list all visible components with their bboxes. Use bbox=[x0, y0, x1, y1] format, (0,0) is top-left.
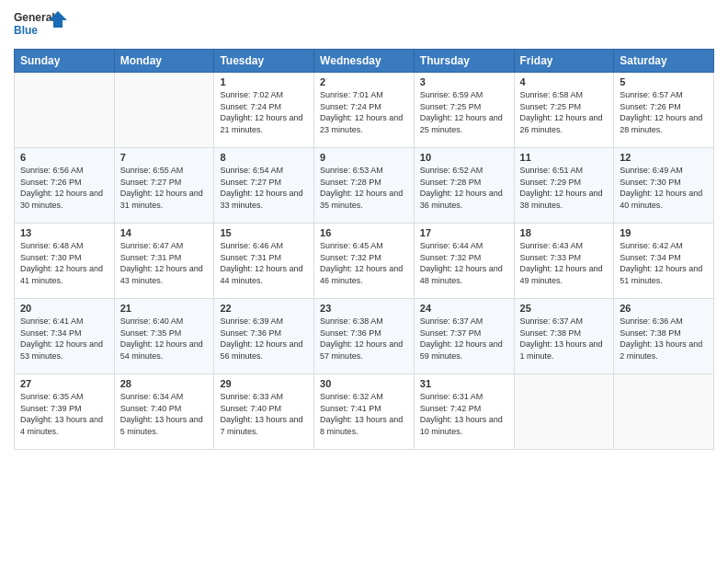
calendar-day-header: Wednesday bbox=[314, 50, 415, 73]
calendar-cell: 12Sunrise: 6:49 AMSunset: 7:30 PMDayligh… bbox=[614, 148, 714, 224]
calendar-cell: 24Sunrise: 6:37 AMSunset: 7:37 PMDayligh… bbox=[414, 299, 514, 374]
cell-info: Sunrise: 6:48 AMSunset: 7:30 PMDaylight:… bbox=[20, 240, 108, 286]
cell-info: Sunrise: 6:37 AMSunset: 7:37 PMDaylight:… bbox=[420, 316, 508, 362]
cell-info: Sunrise: 7:01 AMSunset: 7:24 PMDaylight:… bbox=[320, 89, 408, 135]
cell-info: Sunrise: 6:43 AMSunset: 7:33 PMDaylight:… bbox=[520, 240, 609, 286]
calendar-week-row: 6Sunrise: 6:56 AMSunset: 7:26 PMDaylight… bbox=[15, 148, 714, 224]
page: General Blue SundayMondayTuesdayWednesda… bbox=[0, 0, 728, 563]
calendar-cell: 18Sunrise: 6:43 AMSunset: 7:33 PMDayligh… bbox=[514, 224, 614, 299]
cell-info: Sunrise: 6:46 AMSunset: 7:31 PMDaylight:… bbox=[220, 240, 308, 286]
calendar-cell: 10Sunrise: 6:52 AMSunset: 7:28 PMDayligh… bbox=[414, 148, 514, 224]
calendar-cell: 16Sunrise: 6:45 AMSunset: 7:32 PMDayligh… bbox=[314, 224, 415, 299]
calendar-cell: 3Sunrise: 6:59 AMSunset: 7:25 PMDaylight… bbox=[414, 73, 514, 148]
cell-info: Sunrise: 6:57 AMSunset: 7:26 PMDaylight:… bbox=[620, 89, 708, 135]
day-number: 7 bbox=[120, 152, 209, 163]
day-number: 28 bbox=[120, 378, 209, 389]
cell-info: Sunrise: 6:36 AMSunset: 7:38 PMDaylight:… bbox=[620, 316, 708, 362]
cell-info: Sunrise: 6:35 AMSunset: 7:39 PMDaylight:… bbox=[20, 391, 108, 437]
cell-info: Sunrise: 6:52 AMSunset: 7:28 PMDaylight:… bbox=[420, 165, 508, 211]
cell-info: Sunrise: 6:56 AMSunset: 7:26 PMDaylight:… bbox=[20, 165, 108, 211]
day-number: 4 bbox=[520, 76, 609, 87]
calendar-cell: 7Sunrise: 6:55 AMSunset: 7:27 PMDaylight… bbox=[114, 148, 214, 224]
cell-info: Sunrise: 6:42 AMSunset: 7:34 PMDaylight:… bbox=[620, 240, 708, 286]
cell-info: Sunrise: 6:58 AMSunset: 7:25 PMDaylight:… bbox=[520, 89, 609, 135]
day-number: 8 bbox=[220, 152, 308, 163]
day-number: 17 bbox=[420, 227, 508, 238]
calendar-cell: 21Sunrise: 6:40 AMSunset: 7:35 PMDayligh… bbox=[114, 299, 214, 374]
calendar-cell bbox=[614, 374, 714, 450]
day-number: 2 bbox=[320, 76, 408, 87]
cell-info: Sunrise: 6:34 AMSunset: 7:40 PMDaylight:… bbox=[120, 391, 209, 437]
day-number: 22 bbox=[220, 303, 308, 314]
cell-info: Sunrise: 6:47 AMSunset: 7:31 PMDaylight:… bbox=[120, 240, 209, 286]
logo: General Blue bbox=[14, 9, 69, 41]
cell-info: Sunrise: 6:59 AMSunset: 7:25 PMDaylight:… bbox=[420, 89, 508, 135]
calendar-cell: 27Sunrise: 6:35 AMSunset: 7:39 PMDayligh… bbox=[15, 374, 115, 450]
calendar-cell: 22Sunrise: 6:39 AMSunset: 7:36 PMDayligh… bbox=[214, 299, 314, 374]
day-number: 19 bbox=[620, 227, 708, 238]
calendar-cell bbox=[114, 73, 214, 148]
calendar-table: SundayMondayTuesdayWednesdayThursdayFrid… bbox=[14, 49, 714, 450]
calendar-cell: 17Sunrise: 6:44 AMSunset: 7:32 PMDayligh… bbox=[414, 224, 514, 299]
calendar-cell: 26Sunrise: 6:36 AMSunset: 7:38 PMDayligh… bbox=[614, 299, 714, 374]
day-number: 16 bbox=[320, 227, 408, 238]
calendar-cell: 20Sunrise: 6:41 AMSunset: 7:34 PMDayligh… bbox=[15, 299, 115, 374]
cell-info: Sunrise: 6:55 AMSunset: 7:27 PMDaylight:… bbox=[120, 165, 209, 211]
calendar-cell: 30Sunrise: 6:32 AMSunset: 7:41 PMDayligh… bbox=[314, 374, 415, 450]
day-number: 3 bbox=[420, 76, 508, 87]
calendar-cell: 6Sunrise: 6:56 AMSunset: 7:26 PMDaylight… bbox=[15, 148, 115, 224]
calendar-day-header: Saturday bbox=[614, 50, 714, 73]
day-number: 5 bbox=[620, 76, 708, 87]
svg-text:General: General bbox=[14, 11, 55, 24]
calendar-week-row: 1Sunrise: 7:02 AMSunset: 7:24 PMDaylight… bbox=[15, 73, 714, 148]
calendar-day-header: Thursday bbox=[414, 50, 514, 73]
day-number: 20 bbox=[20, 303, 108, 314]
cell-info: Sunrise: 6:51 AMSunset: 7:29 PMDaylight:… bbox=[520, 165, 609, 211]
cell-info: Sunrise: 6:44 AMSunset: 7:32 PMDaylight:… bbox=[420, 240, 508, 286]
calendar-cell: 5Sunrise: 6:57 AMSunset: 7:26 PMDaylight… bbox=[614, 73, 714, 148]
day-number: 11 bbox=[520, 152, 609, 163]
day-number: 27 bbox=[20, 378, 108, 389]
cell-info: Sunrise: 6:41 AMSunset: 7:34 PMDaylight:… bbox=[20, 316, 108, 362]
calendar-cell: 4Sunrise: 6:58 AMSunset: 7:25 PMDaylight… bbox=[514, 73, 614, 148]
day-number: 6 bbox=[20, 152, 108, 163]
day-number: 1 bbox=[220, 76, 308, 87]
calendar-cell: 31Sunrise: 6:31 AMSunset: 7:42 PMDayligh… bbox=[414, 374, 514, 450]
cell-info: Sunrise: 6:40 AMSunset: 7:35 PMDaylight:… bbox=[120, 316, 209, 362]
calendar-cell: 13Sunrise: 6:48 AMSunset: 7:30 PMDayligh… bbox=[15, 224, 115, 299]
calendar-cell: 28Sunrise: 6:34 AMSunset: 7:40 PMDayligh… bbox=[114, 374, 214, 450]
calendar-cell: 25Sunrise: 6:37 AMSunset: 7:38 PMDayligh… bbox=[514, 299, 614, 374]
cell-info: Sunrise: 6:49 AMSunset: 7:30 PMDaylight:… bbox=[620, 165, 708, 211]
cell-info: Sunrise: 6:31 AMSunset: 7:42 PMDaylight:… bbox=[420, 391, 508, 437]
day-number: 9 bbox=[320, 152, 408, 163]
calendar-cell bbox=[514, 374, 614, 450]
day-number: 10 bbox=[420, 152, 508, 163]
cell-info: Sunrise: 6:33 AMSunset: 7:40 PMDaylight:… bbox=[220, 391, 308, 437]
calendar-cell: 15Sunrise: 6:46 AMSunset: 7:31 PMDayligh… bbox=[214, 224, 314, 299]
calendar-day-header: Friday bbox=[514, 50, 614, 73]
day-number: 26 bbox=[620, 303, 708, 314]
day-number: 13 bbox=[20, 227, 108, 238]
day-number: 30 bbox=[320, 378, 408, 389]
calendar-cell: 19Sunrise: 6:42 AMSunset: 7:34 PMDayligh… bbox=[614, 224, 714, 299]
calendar-day-header: Sunday bbox=[15, 50, 115, 73]
cell-info: Sunrise: 6:54 AMSunset: 7:27 PMDaylight:… bbox=[220, 165, 308, 211]
calendar-cell: 29Sunrise: 6:33 AMSunset: 7:40 PMDayligh… bbox=[214, 374, 314, 450]
calendar-week-row: 27Sunrise: 6:35 AMSunset: 7:39 PMDayligh… bbox=[15, 374, 714, 450]
calendar-cell bbox=[15, 73, 115, 148]
day-number: 29 bbox=[220, 378, 308, 389]
calendar-cell: 11Sunrise: 6:51 AMSunset: 7:29 PMDayligh… bbox=[514, 148, 614, 224]
cell-info: Sunrise: 6:53 AMSunset: 7:28 PMDaylight:… bbox=[320, 165, 408, 211]
calendar-day-header: Tuesday bbox=[214, 50, 314, 73]
calendar-cell: 2Sunrise: 7:01 AMSunset: 7:24 PMDaylight… bbox=[314, 73, 415, 148]
cell-info: Sunrise: 6:32 AMSunset: 7:41 PMDaylight:… bbox=[320, 391, 408, 437]
cell-info: Sunrise: 6:45 AMSunset: 7:32 PMDaylight:… bbox=[320, 240, 408, 286]
cell-info: Sunrise: 6:37 AMSunset: 7:38 PMDaylight:… bbox=[520, 316, 609, 362]
day-number: 14 bbox=[120, 227, 209, 238]
day-number: 24 bbox=[420, 303, 508, 314]
calendar-cell: 1Sunrise: 7:02 AMSunset: 7:24 PMDaylight… bbox=[214, 73, 314, 148]
calendar-week-row: 20Sunrise: 6:41 AMSunset: 7:34 PMDayligh… bbox=[15, 299, 714, 374]
day-number: 21 bbox=[120, 303, 209, 314]
day-number: 12 bbox=[620, 152, 708, 163]
calendar-cell: 14Sunrise: 6:47 AMSunset: 7:31 PMDayligh… bbox=[114, 224, 214, 299]
